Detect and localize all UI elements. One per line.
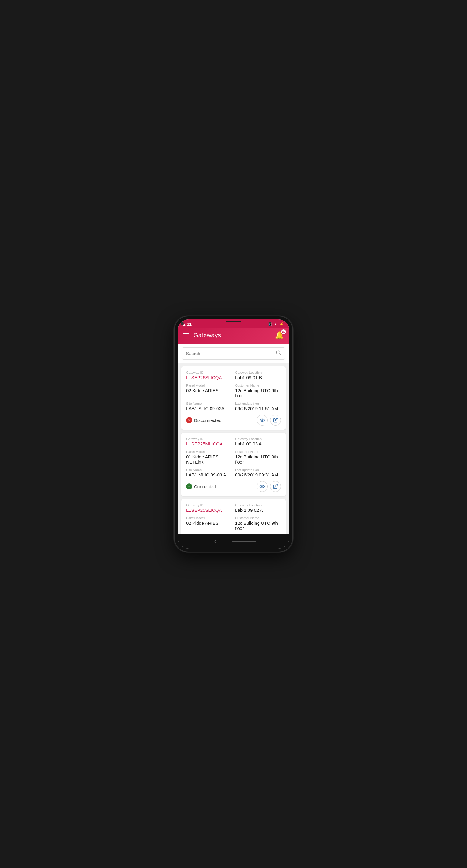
gateway-id-value: LLSEP25SLICQA bbox=[186, 507, 232, 513]
app-header: Gateways 🔔 25 bbox=[178, 328, 289, 344]
svg-point-5 bbox=[262, 486, 263, 487]
panel-model-col: Panel Model 02 Kidde ARIES bbox=[186, 516, 232, 531]
status-text: Connected bbox=[194, 484, 216, 489]
svg-point-3 bbox=[262, 420, 263, 421]
customer-name-col: Customer Name 12c Building UTC 9th floor bbox=[235, 516, 281, 531]
status-icons: 📳 ▲ ⚡ bbox=[268, 322, 284, 327]
gateway-location-label: Gateway Location bbox=[235, 371, 281, 374]
site-name-col: Site Name LAB1 MLIC 09-03 A bbox=[186, 468, 232, 477]
card-row-2: Panel Model 01 Kidde ARIES NETLink Custo… bbox=[186, 450, 281, 464]
panel-model-label: Panel Model bbox=[186, 516, 232, 520]
panel-model-label: Panel Model bbox=[186, 450, 232, 454]
customer-name-col: Customer Name 12c Building UTC 9th floor bbox=[235, 384, 281, 398]
site-name-label: Site Name bbox=[186, 402, 232, 405]
gateway-id-label: Gateway ID bbox=[186, 371, 232, 374]
gateway-id-col: Gateway ID LLSEP25SLICQA bbox=[186, 503, 232, 513]
last-updated-label: Last updated on bbox=[235, 468, 281, 472]
status-time: 2:11 bbox=[183, 322, 192, 327]
gateway-location-col: Gateway Location Lab1 09 03 A bbox=[235, 437, 281, 446]
status-text: Disconnected bbox=[194, 418, 222, 423]
gateway-id-value: LLSEP25MLICQA bbox=[186, 441, 232, 446]
notifications-button[interactable]: 🔔 25 bbox=[275, 331, 284, 339]
svg-point-2 bbox=[260, 419, 265, 422]
search-icon bbox=[276, 350, 281, 357]
back-button[interactable]: ‹ bbox=[211, 537, 220, 546]
customer-name-label: Customer Name bbox=[235, 384, 281, 387]
card-row-1: Gateway ID LLSEP25MLICQA Gateway Locatio… bbox=[186, 437, 281, 446]
customer-name-label: Customer Name bbox=[235, 516, 281, 520]
last-updated-value: 09/26/2019 09:31 AM bbox=[235, 472, 281, 477]
site-name-label: Site Name bbox=[186, 468, 232, 472]
gateway-location-label: Gateway Location bbox=[235, 437, 281, 441]
gateway-id-value: LLSEP26SLICQA bbox=[186, 375, 232, 380]
card-row-1: Gateway ID LLSEP26SLICQA Gateway Locatio… bbox=[186, 371, 281, 380]
site-name-col: Site Name LAB1 SLIC 09-02A bbox=[186, 402, 232, 411]
edit-button[interactable] bbox=[270, 481, 281, 492]
action-buttons bbox=[257, 415, 281, 426]
gateway-card: Gateway ID LLSEP25SLICQA Gateway Locatio… bbox=[181, 499, 286, 534]
search-section bbox=[178, 344, 289, 364]
gateway-id-col: Gateway ID LLSEP26SLICQA bbox=[186, 371, 232, 380]
search-input[interactable] bbox=[186, 351, 276, 356]
gateway-location-value: Lab1 09 01 B bbox=[235, 375, 281, 380]
battery-icon: ⚡ bbox=[279, 322, 284, 327]
card-footer: Disconnected bbox=[186, 415, 281, 426]
customer-name-value: 12c Building UTC 9th floor bbox=[235, 388, 281, 398]
panel-model-col: Panel Model 02 Kidde ARIES bbox=[186, 384, 232, 398]
signal-icon: 📳 bbox=[268, 322, 272, 327]
status-badge: Disconnected bbox=[186, 417, 222, 423]
customer-name-value: 12c Building UTC 9th floor bbox=[235, 521, 281, 531]
svg-point-0 bbox=[276, 350, 280, 354]
view-button[interactable] bbox=[257, 415, 268, 426]
menu-button[interactable] bbox=[183, 333, 189, 337]
customer-name-value: 12c Building UTC 9th floor bbox=[235, 454, 281, 464]
last-updated-value: 09/26/2019 11:51 AM bbox=[235, 406, 281, 411]
disconnected-icon bbox=[186, 417, 192, 423]
header-left: Gateways bbox=[183, 332, 221, 339]
card-row-2: Panel Model 02 Kidde ARIES Customer Name… bbox=[186, 516, 281, 531]
speaker bbox=[226, 321, 241, 322]
svg-point-4 bbox=[260, 485, 265, 488]
notification-badge: 25 bbox=[281, 329, 286, 335]
gateway-id-label: Gateway ID bbox=[186, 437, 232, 441]
last-updated-col: Last updated on 09/26/2019 11:51 AM bbox=[235, 402, 281, 411]
edit-button[interactable] bbox=[270, 415, 281, 426]
gateway-location-value: Lab 1 09 02 A bbox=[235, 507, 281, 513]
site-name-value: LAB1 SLIC 09-02A bbox=[186, 406, 232, 411]
gateway-list: Gateway ID LLSEP26SLICQA Gateway Locatio… bbox=[178, 364, 289, 534]
bottom-nav: ‹ bbox=[178, 534, 289, 549]
site-name-value: LAB1 MLIC 09-03 A bbox=[186, 472, 232, 477]
page-title: Gateways bbox=[194, 332, 221, 339]
panel-model-value: 01 Kidde ARIES NETLink bbox=[186, 454, 232, 464]
gateway-id-label: Gateway ID bbox=[186, 503, 232, 507]
gateway-card: Gateway ID LLSEP26SLICQA Gateway Locatio… bbox=[181, 367, 286, 430]
card-row-1: Gateway ID LLSEP25SLICQA Gateway Locatio… bbox=[186, 503, 281, 513]
svg-line-1 bbox=[279, 353, 280, 354]
panel-model-label: Panel Model bbox=[186, 384, 232, 387]
wifi-icon: ▲ bbox=[274, 322, 278, 327]
last-updated-col: Last updated on 09/26/2019 09:31 AM bbox=[235, 468, 281, 477]
camera bbox=[181, 322, 184, 325]
last-updated-label: Last updated on bbox=[235, 402, 281, 405]
customer-name-col: Customer Name 12c Building UTC 9th floor bbox=[235, 450, 281, 464]
card-footer: Connected bbox=[186, 481, 281, 492]
panel-model-value: 02 Kidde ARIES bbox=[186, 521, 232, 526]
home-bar[interactable] bbox=[232, 541, 256, 542]
view-button[interactable] bbox=[257, 481, 268, 492]
gateway-card: Gateway ID LLSEP25MLICQA Gateway Locatio… bbox=[181, 433, 286, 496]
connected-icon bbox=[186, 484, 192, 490]
gateway-location-col: Gateway Location Lab 1 09 02 A bbox=[235, 503, 281, 513]
card-row-3: Site Name LAB1 MLIC 09-03 A Last updated… bbox=[186, 468, 281, 477]
gateway-id-col: Gateway ID LLSEP25MLICQA bbox=[186, 437, 232, 446]
customer-name-label: Customer Name bbox=[235, 450, 281, 454]
action-buttons bbox=[257, 481, 281, 492]
card-row-3: Site Name LAB1 SLIC 09-02A Last updated … bbox=[186, 402, 281, 411]
search-box bbox=[182, 347, 285, 360]
panel-model-col: Panel Model 01 Kidde ARIES NETLink bbox=[186, 450, 232, 464]
card-row-2: Panel Model 02 Kidde ARIES Customer Name… bbox=[186, 384, 281, 398]
status-badge: Connected bbox=[186, 484, 216, 490]
gateway-location-col: Gateway Location Lab1 09 01 B bbox=[235, 371, 281, 380]
panel-model-value: 02 Kidde ARIES bbox=[186, 388, 232, 393]
gateway-location-value: Lab1 09 03 A bbox=[235, 441, 281, 446]
gateway-location-label: Gateway Location bbox=[235, 503, 281, 507]
